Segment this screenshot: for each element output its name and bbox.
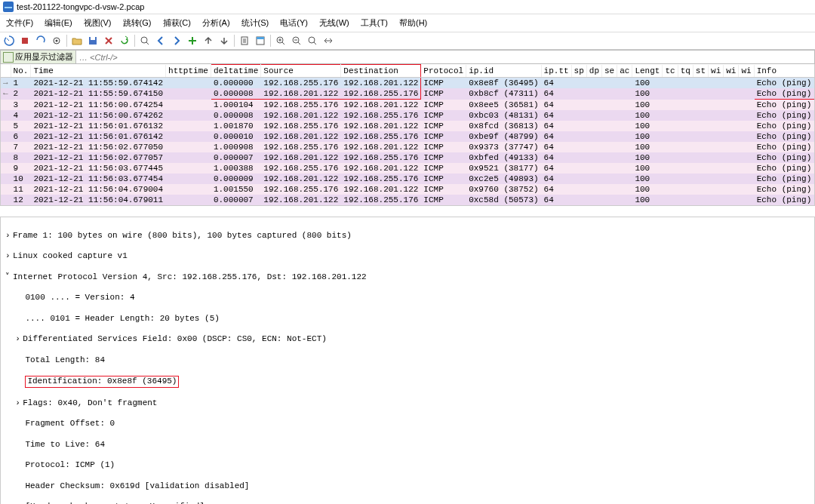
menu-view[interactable]: 视图(V) xyxy=(79,16,116,30)
window-title: test-201122-tongvpc-d-vsw-2.pcap xyxy=(17,2,144,11)
col-Info[interactable]: Info xyxy=(754,65,815,78)
main-toolbar xyxy=(0,32,815,50)
detail-dsf[interactable]: Differentiated Services Field: 0x00 (DSC… xyxy=(23,334,327,343)
packet-row[interactable]: 122021-12-21 11:56:04.6790110.000007192.… xyxy=(1,195,815,205)
menu-tools[interactable]: 工具(T) xyxy=(356,16,392,30)
go-last-icon[interactable] xyxy=(217,33,232,48)
open-file-icon[interactable] xyxy=(69,33,85,48)
col-wi[interactable]: wi xyxy=(724,65,739,78)
col-ac[interactable]: ac xyxy=(617,65,632,78)
resize-columns-icon[interactable] xyxy=(321,33,336,48)
detail-frame[interactable]: Frame 1: 100 bytes on wire (800 bits), 1… xyxy=(13,231,352,240)
go-to-packet-icon[interactable] xyxy=(185,33,200,48)
col-Lengt[interactable]: Lengt xyxy=(632,65,663,78)
detail-linux-cooked[interactable]: Linux cooked capture v1 xyxy=(13,251,128,260)
packet-row[interactable]: 72021-12-21 11:56:02.6770501.000908192.1… xyxy=(1,142,815,152)
menu-go[interactable]: 跳转(G) xyxy=(118,16,156,30)
detail-ttl[interactable]: Time to Live: 64 xyxy=(25,440,105,449)
menu-wireless[interactable]: 无线(W) xyxy=(315,16,354,30)
col-No.[interactable]: No. xyxy=(11,65,31,78)
packet-row[interactable]: 102021-12-21 11:56:03.6774540.000009192.… xyxy=(1,174,815,184)
col-dp[interactable]: dp xyxy=(586,65,601,78)
display-filter-input[interactable] xyxy=(76,51,814,63)
col-st[interactable]: st xyxy=(693,65,708,78)
detail-hdr-checksum[interactable]: Header Checksum: 0x619d [validation disa… xyxy=(25,481,249,490)
menu-analyze[interactable]: 分析(A) xyxy=(198,16,235,30)
filter-bookmark-icon[interactable]: 应用显示过滤器 xyxy=(1,51,76,63)
col-Destination[interactable]: Destination xyxy=(341,65,421,78)
start-capture-icon[interactable] xyxy=(2,33,17,48)
col-arrow[interactable] xyxy=(1,65,11,78)
wireshark-icon xyxy=(3,2,14,12)
menu-telephony[interactable]: 电话(Y) xyxy=(275,16,312,30)
reload-icon[interactable] xyxy=(117,33,132,48)
menu-help[interactable]: 帮助(H) xyxy=(395,16,432,30)
menu-edit[interactable]: 编辑(E) xyxy=(40,16,77,30)
detail-ipv4[interactable]: Internet Protocol Version 4, Src: 192.16… xyxy=(13,272,367,281)
go-back-icon[interactable] xyxy=(153,33,168,48)
menu-file[interactable]: 文件(F) xyxy=(2,16,38,30)
svg-point-5 xyxy=(141,37,147,43)
col-Source[interactable]: Source xyxy=(261,65,341,78)
zoom-out-icon[interactable] xyxy=(289,33,304,48)
packet-row[interactable]: ←22021-12-21 11:55:59.6741500.000008192.… xyxy=(1,88,815,100)
detail-protocol[interactable]: Protocol: ICMP (1) xyxy=(25,460,115,469)
col-Time[interactable]: Time xyxy=(31,65,166,78)
detail-flags[interactable]: Flags: 0x40, Don't fragment xyxy=(23,398,157,407)
col-se[interactable]: se xyxy=(602,65,617,78)
save-file-icon[interactable] xyxy=(85,33,100,48)
packet-row[interactable]: 112021-12-21 11:56:04.6790041.001550192.… xyxy=(1,184,815,195)
packet-row[interactable]: 82021-12-21 11:56:02.6770570.000007192.1… xyxy=(1,152,815,163)
packet-row[interactable]: 52021-12-21 11:56:01.6761321.001870192.1… xyxy=(1,121,815,131)
col-sp[interactable]: sp xyxy=(571,65,586,78)
packet-row[interactable]: 92021-12-21 11:56:03.6774451.000388192.1… xyxy=(1,163,815,174)
zoom-in-icon[interactable] xyxy=(273,33,288,48)
menu-stats[interactable]: 统计(S) xyxy=(237,16,274,30)
detail-hdr-len[interactable]: .... 0101 = Header Length: 20 bytes (5) xyxy=(25,314,219,323)
detail-identification[interactable]: Identification: 0x8e8f (36495) xyxy=(25,376,179,388)
packet-row[interactable]: →12021-12-21 11:55:59.6741420.000000192.… xyxy=(1,78,815,89)
col-httptime[interactable]: httptime xyxy=(166,65,211,78)
packet-details-pane[interactable]: ›Frame 1: 100 bytes on wire (800 bits), … xyxy=(0,217,815,504)
column-headers[interactable]: No.TimehttptimedeltatimeSourceDestinatio… xyxy=(1,65,815,78)
window-title-bar: test-201122-tongvpc-d-vsw-2.pcap xyxy=(0,0,815,14)
packet-row[interactable]: 62021-12-21 11:56:01.6761420.000010192.1… xyxy=(1,131,815,142)
packet-row[interactable]: 42021-12-21 11:56:00.6742620.000008192.1… xyxy=(1,110,815,121)
stop-capture-icon[interactable] xyxy=(17,33,32,48)
menu-capture[interactable]: 捕获(C) xyxy=(158,16,195,30)
colorize-icon[interactable] xyxy=(253,33,268,48)
col-tq[interactable]: tq xyxy=(678,65,693,78)
col-ip.id[interactable]: ip.id xyxy=(466,65,541,78)
packet-list-pane[interactable]: No.TimehttptimedeltatimeSourceDestinatio… xyxy=(0,64,815,206)
col-tc[interactable]: tc xyxy=(663,65,678,78)
svg-point-11 xyxy=(309,37,315,43)
col-wi[interactable]: wi xyxy=(709,65,724,78)
col-ip.tt[interactable]: ip.tt xyxy=(541,65,571,78)
capture-options-icon[interactable] xyxy=(49,33,64,48)
zoom-reset-icon[interactable] xyxy=(305,33,320,48)
display-filter-bar: 应用显示过滤器 xyxy=(0,50,815,64)
detail-total-len[interactable]: Total Length: 84 xyxy=(25,355,105,364)
auto-scroll-icon[interactable] xyxy=(237,33,252,48)
go-forward-icon[interactable] xyxy=(169,33,184,48)
col-wi[interactable]: wi xyxy=(739,65,754,78)
filter-label: 应用显示过滤器 xyxy=(15,51,73,63)
detail-version[interactable]: 0100 .... = Version: 4 xyxy=(25,293,134,302)
close-file-icon[interactable] xyxy=(101,33,116,48)
svg-rect-0 xyxy=(22,38,28,44)
col-Protocol[interactable]: Protocol xyxy=(421,65,466,78)
restart-capture-icon[interactable] xyxy=(33,33,48,48)
detail-frag-offset[interactable]: Fragment Offset: 0 xyxy=(25,419,115,428)
find-packet-icon[interactable] xyxy=(137,33,152,48)
packet-row[interactable]: 32021-12-21 11:56:00.6742541.000104192.1… xyxy=(1,100,815,111)
menu-bar: 文件(F) 编辑(E) 视图(V) 跳转(G) 捕获(C) 分析(A) 统计(S… xyxy=(0,14,815,32)
go-first-icon[interactable] xyxy=(201,33,216,48)
svg-rect-4 xyxy=(91,37,95,40)
svg-point-2 xyxy=(56,40,58,42)
svg-rect-8 xyxy=(257,37,264,39)
col-deltatime[interactable]: deltatime xyxy=(211,65,260,78)
